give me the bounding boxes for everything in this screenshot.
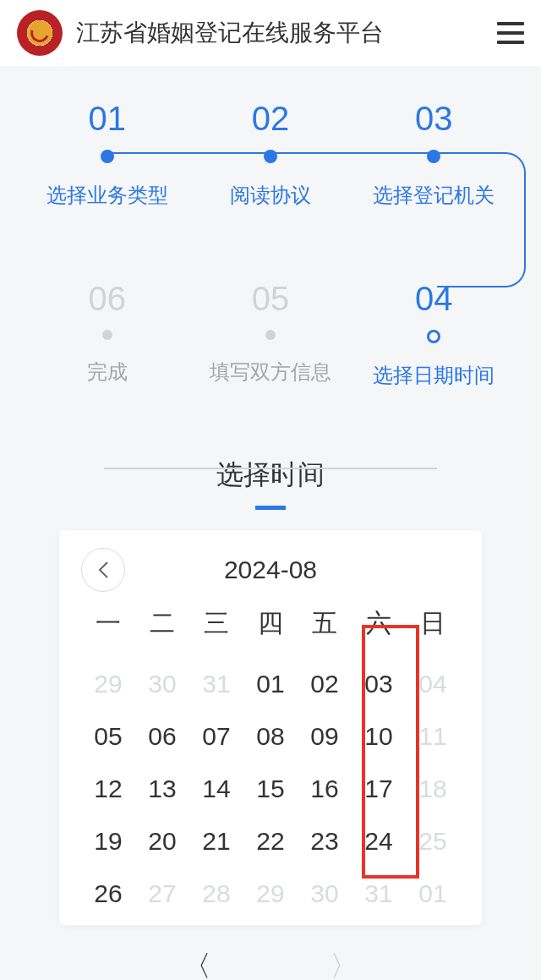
calendar-day: 28: [189, 879, 243, 908]
step-num: 05: [189, 280, 352, 318]
step-1: 01 选择业务类型: [25, 100, 189, 209]
weekday-header: 日: [406, 606, 460, 646]
calendar-day: 30: [135, 670, 189, 698]
steps-row-2: 06 完成 05 填写双方信息 04 选择日期时间: [25, 280, 516, 389]
step-dot: [264, 150, 277, 163]
weekday-header: 三: [189, 606, 243, 646]
weekday-header: 六: [352, 606, 406, 646]
prev-month-button[interactable]: [81, 548, 125, 592]
step-label: 填写双方信息: [189, 359, 352, 386]
app-header: 江苏省婚姻登记在线服务平台: [0, 0, 541, 66]
calendar-day: 30: [298, 879, 352, 908]
calendar-day[interactable]: 08: [243, 722, 298, 751]
step-label: 选择日期时间: [352, 362, 516, 389]
step-num: 03: [352, 100, 516, 138]
step-dot: [427, 330, 440, 343]
connector-line: [104, 468, 437, 469]
calendar-day[interactable]: 05: [81, 722, 135, 751]
app-logo: [17, 10, 63, 56]
calendar-day[interactable]: 02: [298, 670, 352, 698]
calendar-day[interactable]: 07: [189, 722, 243, 751]
section-title: 选择时间: [0, 457, 541, 494]
connector-curve: [437, 152, 525, 287]
calendar-day[interactable]: 20: [135, 827, 189, 856]
weekday-header: 二: [135, 606, 189, 646]
calendar-day: 27: [135, 879, 189, 908]
calendar-day[interactable]: 26: [81, 879, 135, 908]
step-label: 完成: [25, 359, 189, 386]
calendar-day: 29: [81, 670, 135, 698]
weekday-header: 四: [243, 606, 298, 646]
step-dot: [102, 330, 112, 340]
step-5: 05 填写双方信息: [189, 280, 352, 389]
pager: 〈 〉: [0, 947, 541, 980]
title-underline: [255, 506, 286, 510]
calendar-day[interactable]: 12: [81, 775, 135, 803]
calendar-day[interactable]: 17: [352, 775, 406, 803]
step-num: 01: [25, 100, 189, 138]
calendar-day: 25: [406, 827, 460, 856]
calendar-day[interactable]: 14: [189, 775, 243, 803]
calendar: 2024-08 一二三四五六日2930310102030405060708091…: [59, 530, 482, 925]
calendar-day[interactable]: 24: [352, 827, 406, 856]
calendar-header: 2024-08: [81, 556, 460, 584]
weekday-header: 一: [81, 606, 135, 646]
calendar-day: 31: [189, 670, 243, 698]
calendar-grid: 一二三四五六日293031010203040506070809101112131…: [81, 606, 460, 908]
calendar-day[interactable]: 03: [352, 670, 406, 698]
calendar-day[interactable]: 22: [243, 827, 298, 856]
calendar-day[interactable]: 23: [298, 827, 352, 856]
step-num: 02: [189, 100, 352, 138]
calendar-day[interactable]: 10: [352, 722, 406, 751]
step-2: 02 阅读协议: [189, 100, 352, 209]
calendar-day[interactable]: 01: [243, 670, 298, 698]
pager-prev[interactable]: 〈: [183, 947, 211, 980]
calendar-day[interactable]: 15: [243, 775, 298, 803]
step-num: 06: [25, 280, 189, 318]
step-6: 06 完成: [25, 280, 189, 389]
calendar-month: 2024-08: [224, 556, 317, 584]
calendar-day[interactable]: 19: [81, 827, 135, 856]
calendar-day[interactable]: 09: [298, 722, 352, 751]
step-label: 阅读协议: [189, 182, 352, 209]
calendar-day: 11: [406, 722, 460, 751]
calendar-day: 29: [243, 879, 298, 908]
weekday-header: 五: [298, 606, 352, 646]
calendar-day[interactable]: 21: [189, 827, 243, 856]
calendar-day[interactable]: 16: [298, 775, 352, 803]
calendar-day: 01: [406, 879, 460, 908]
menu-icon[interactable]: [497, 22, 524, 44]
calendar-day[interactable]: 13: [135, 775, 189, 803]
app-title: 江苏省婚姻登记在线服务平台: [76, 17, 484, 49]
chevron-left-icon: [97, 561, 109, 579]
calendar-day: 31: [352, 879, 406, 908]
step-dot: [265, 330, 276, 340]
calendar-day[interactable]: 06: [135, 722, 189, 751]
calendar-day: 04: [406, 670, 460, 698]
pager-next[interactable]: 〉: [330, 947, 358, 980]
step-4: 04 选择日期时间: [352, 280, 516, 389]
step-dot: [101, 150, 114, 163]
steps-row-1: 01 选择业务类型 02 阅读协议 03 选择登记机关: [25, 100, 516, 209]
calendar-day: 18: [406, 775, 460, 803]
step-label: 选择业务类型: [25, 182, 189, 209]
stepper: 01 选择业务类型 02 阅读协议 03 选择登记机关 06 完成 05 填写双…: [0, 66, 541, 440]
